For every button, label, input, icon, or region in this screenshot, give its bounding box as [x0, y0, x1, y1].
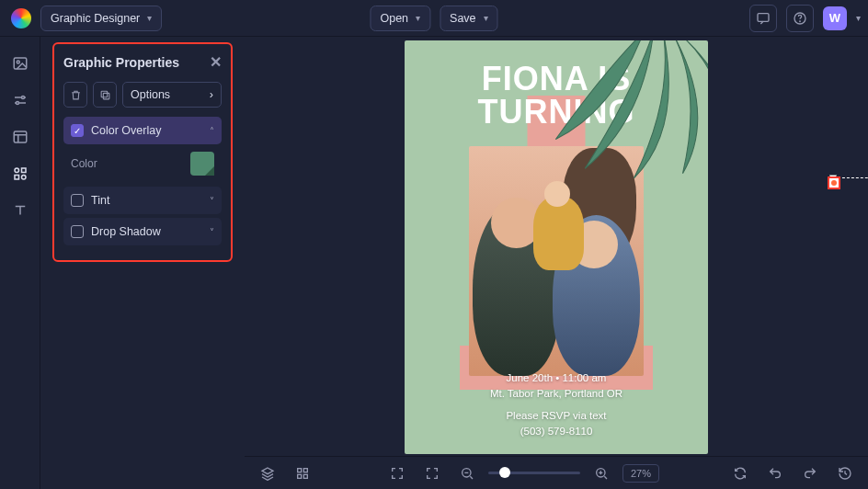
save-dropdown[interactable]: Save ▾ — [440, 6, 498, 31]
section-color-overlay[interactable]: ✓ Color Overlay ˄ — [63, 117, 222, 144]
chevron-right-icon: › — [210, 88, 213, 101]
svg-rect-9 — [21, 168, 26, 173]
color-overlay-body: Color — [63, 144, 222, 183]
undo-button[interactable] — [761, 460, 789, 487]
duplicate-button[interactable] — [93, 82, 117, 108]
section-drop-shadow[interactable]: Drop Shadow ˅ — [63, 218, 222, 245]
rotation-handle[interactable] — [828, 176, 840, 189]
zoom-slider[interactable] — [488, 472, 580, 474]
zoom-out-button[interactable] — [453, 460, 481, 487]
tool-templates[interactable] — [10, 127, 30, 147]
zoom-in-button[interactable] — [588, 460, 615, 487]
left-toolbar — [0, 37, 40, 489]
properties-panel: Graphic Properties ✕ Options › ✓ Color O… — [52, 42, 233, 262]
checkbox-checked-icon[interactable]: ✓ — [71, 124, 84, 137]
layers-button[interactable] — [254, 460, 281, 487]
section-label: Color Overlay — [91, 124, 161, 137]
chevron-down-icon: ▾ — [484, 13, 488, 23]
save-label: Save — [450, 12, 476, 25]
options-label: Options — [131, 88, 170, 101]
redo-button[interactable] — [796, 460, 824, 487]
fullscreen-button[interactable] — [383, 460, 411, 487]
svg-rect-17 — [303, 474, 307, 478]
open-label: Open — [380, 12, 408, 25]
section-label: Drop Shadow — [91, 225, 161, 238]
svg-rect-13 — [101, 91, 108, 97]
svg-rect-3 — [14, 58, 27, 69]
tool-elements[interactable] — [10, 164, 30, 184]
panel-title: Graphic Properties — [63, 55, 179, 70]
mode-dropdown[interactable]: Graphic Designer ▾ — [40, 6, 162, 31]
svg-point-8 — [15, 168, 19, 173]
svg-rect-12 — [103, 93, 109, 99]
chevron-down-icon: ▾ — [416, 13, 420, 23]
palm-graphic — [542, 40, 708, 178]
svg-point-6 — [16, 102, 18, 105]
selection-box[interactable] — [833, 77, 868, 178]
invite-text: June 20th • 11:00 am Mt. Tabor Park, Por… — [405, 370, 708, 439]
svg-rect-14 — [298, 468, 302, 472]
options-dropdown[interactable]: Options › — [122, 82, 222, 108]
svg-point-5 — [21, 97, 24, 99]
fit-button[interactable] — [418, 460, 446, 487]
svg-rect-10 — [15, 176, 19, 180]
svg-rect-7 — [14, 131, 27, 142]
chevron-down-icon: ▾ — [147, 13, 152, 23]
avatar[interactable]: W — [823, 6, 847, 30]
delete-button[interactable] — [63, 82, 87, 108]
svg-point-4 — [17, 61, 19, 63]
open-dropdown[interactable]: Open ▾ — [370, 6, 430, 31]
chevron-down-icon: ˅ — [210, 227, 214, 237]
checkbox-icon[interactable] — [71, 194, 84, 207]
grid-button[interactable] — [289, 460, 316, 487]
avatar-initial: W — [829, 11, 840, 25]
tool-text[interactable] — [10, 200, 30, 221]
chevron-down-icon: ˅ — [210, 196, 214, 206]
bottom-bar: 27% — [245, 456, 868, 489]
tool-adjust[interactable] — [10, 90, 30, 110]
section-label: Tint — [91, 194, 109, 207]
color-label: Color — [71, 157, 97, 170]
photo — [469, 146, 644, 376]
svg-point-2 — [800, 21, 801, 22]
svg-rect-16 — [298, 474, 302, 478]
history-button[interactable] — [831, 460, 859, 487]
svg-rect-15 — [303, 468, 307, 472]
color-swatch[interactable] — [190, 152, 214, 176]
design-card[interactable]: FIONA IS TURNING June 20th • 11:00 am Mt… — [405, 40, 708, 454]
svg-point-11 — [21, 176, 26, 180]
top-bar: Graphic Designer ▾ Open ▾ Save ▾ W ▾ — [0, 0, 868, 37]
canvas-area[interactable]: FIONA IS TURNING June 20th • 11:00 am Mt… — [245, 37, 868, 456]
close-icon[interactable]: ✕ — [210, 53, 222, 71]
mode-label: Graphic Designer — [51, 12, 140, 25]
chevron-up-icon: ˄ — [210, 126, 214, 136]
sync-button[interactable] — [726, 460, 754, 487]
comments-button[interactable] — [749, 5, 777, 32]
svg-rect-0 — [758, 13, 769, 21]
chevron-down-icon[interactable]: ▾ — [856, 13, 861, 23]
tool-image[interactable] — [10, 53, 30, 74]
app-logo — [11, 8, 31, 28]
zoom-label[interactable]: 27% — [622, 464, 659, 483]
checkbox-icon[interactable] — [71, 225, 84, 238]
section-tint[interactable]: Tint ˅ — [63, 187, 222, 214]
help-button[interactable] — [786, 5, 814, 32]
